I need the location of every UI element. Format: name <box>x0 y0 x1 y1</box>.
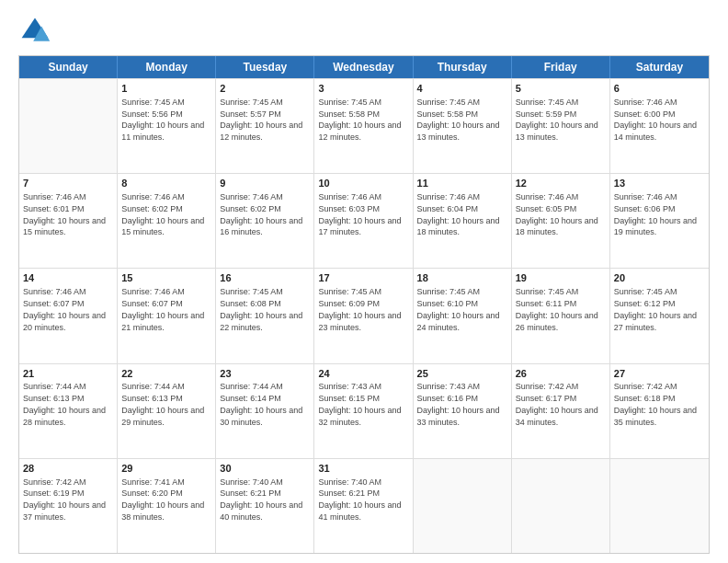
header-tuesday: Tuesday <box>216 56 314 78</box>
cal-cell: 14Sunrise: 7:46 AMSunset: 6:07 PMDayligh… <box>19 269 118 362</box>
day-number: 5 <box>516 82 606 96</box>
cal-cell: 22Sunrise: 7:44 AMSunset: 6:13 PMDayligh… <box>118 364 216 458</box>
cell-info: Sunrise: 7:45 AMSunset: 5:58 PMDaylight:… <box>417 98 500 142</box>
cell-info: Sunrise: 7:40 AMSunset: 6:21 PMDaylight:… <box>318 477 401 522</box>
day-number: 21 <box>23 367 113 381</box>
cal-cell: 3Sunrise: 7:45 AMSunset: 5:58 PMDaylight… <box>314 79 413 173</box>
cal-cell: 2Sunrise: 7:45 AMSunset: 5:57 PMDaylight… <box>216 79 314 173</box>
header-monday: Monday <box>118 56 216 78</box>
logo-icon <box>18 15 51 48</box>
cal-cell: 21Sunrise: 7:44 AMSunset: 6:13 PMDayligh… <box>19 364 118 458</box>
cell-info: Sunrise: 7:46 AMSunset: 6:07 PMDaylight:… <box>121 287 204 331</box>
cal-cell: 13Sunrise: 7:46 AMSunset: 6:06 PMDayligh… <box>610 174 709 268</box>
day-number: 8 <box>121 177 211 190</box>
cal-cell: 25Sunrise: 7:43 AMSunset: 6:16 PMDayligh… <box>414 364 512 458</box>
cell-info: Sunrise: 7:46 AMSunset: 6:03 PMDaylight:… <box>318 192 401 236</box>
header-saturday: Saturday <box>610 56 709 78</box>
cal-cell: 23Sunrise: 7:44 AMSunset: 6:14 PMDayligh… <box>216 364 314 458</box>
header <box>18 15 710 48</box>
cell-info: Sunrise: 7:45 AMSunset: 6:08 PMDaylight:… <box>220 287 302 331</box>
cal-cell: 28Sunrise: 7:42 AMSunset: 6:19 PMDayligh… <box>19 459 118 553</box>
calendar-row-1: 1Sunrise: 7:45 AMSunset: 5:56 PMDaylight… <box>19 78 709 173</box>
day-number: 25 <box>417 367 507 381</box>
day-number: 6 <box>614 82 705 96</box>
cell-info: Sunrise: 7:45 AMSunset: 5:59 PMDaylight:… <box>516 98 598 142</box>
cell-info: Sunrise: 7:43 AMSunset: 6:16 PMDaylight:… <box>417 382 500 426</box>
cal-cell <box>512 459 610 553</box>
day-number: 9 <box>220 177 310 190</box>
cell-info: Sunrise: 7:46 AMSunset: 6:04 PMDaylight:… <box>417 192 500 236</box>
cell-info: Sunrise: 7:46 AMSunset: 6:02 PMDaylight:… <box>121 192 204 236</box>
cal-cell: 10Sunrise: 7:46 AMSunset: 6:03 PMDayligh… <box>314 174 413 268</box>
cal-cell: 31Sunrise: 7:40 AMSunset: 6:21 PMDayligh… <box>314 459 413 553</box>
header-wednesday: Wednesday <box>314 56 413 78</box>
day-number: 19 <box>516 271 606 285</box>
calendar-row-2: 7Sunrise: 7:46 AMSunset: 6:01 PMDaylight… <box>19 173 709 268</box>
cell-info: Sunrise: 7:44 AMSunset: 6:14 PMDaylight:… <box>220 382 302 426</box>
cal-cell <box>414 459 512 553</box>
day-number: 10 <box>318 177 408 190</box>
header-friday: Friday <box>512 56 610 78</box>
calendar-row-4: 21Sunrise: 7:44 AMSunset: 6:13 PMDayligh… <box>19 363 709 458</box>
cell-info: Sunrise: 7:40 AMSunset: 6:21 PMDaylight:… <box>220 477 302 522</box>
cal-cell: 27Sunrise: 7:42 AMSunset: 6:18 PMDayligh… <box>610 364 709 458</box>
cell-info: Sunrise: 7:44 AMSunset: 6:13 PMDaylight:… <box>23 382 106 426</box>
cell-info: Sunrise: 7:46 AMSunset: 6:05 PMDaylight:… <box>516 192 598 236</box>
day-number: 3 <box>318 82 408 96</box>
calendar-row-5: 28Sunrise: 7:42 AMSunset: 6:19 PMDayligh… <box>19 458 709 553</box>
day-number: 2 <box>220 82 310 96</box>
day-number: 7 <box>23 177 113 190</box>
day-number: 23 <box>220 367 310 381</box>
cal-cell: 9Sunrise: 7:46 AMSunset: 6:02 PMDaylight… <box>216 174 314 268</box>
day-number: 24 <box>318 367 408 381</box>
day-number: 1 <box>121 82 211 96</box>
cal-cell: 26Sunrise: 7:42 AMSunset: 6:17 PMDayligh… <box>512 364 610 458</box>
day-number: 29 <box>121 462 211 476</box>
cell-info: Sunrise: 7:42 AMSunset: 6:18 PMDaylight:… <box>614 382 697 426</box>
calendar-row-3: 14Sunrise: 7:46 AMSunset: 6:07 PMDayligh… <box>19 268 709 362</box>
cell-info: Sunrise: 7:45 AMSunset: 6:11 PMDaylight:… <box>516 287 598 331</box>
cell-info: Sunrise: 7:45 AMSunset: 6:09 PMDaylight:… <box>318 287 401 331</box>
day-number: 22 <box>121 367 211 381</box>
cal-cell: 30Sunrise: 7:40 AMSunset: 6:21 PMDayligh… <box>216 459 314 553</box>
day-number: 30 <box>220 462 310 476</box>
cell-info: Sunrise: 7:44 AMSunset: 6:13 PMDaylight:… <box>121 382 204 426</box>
cal-cell: 18Sunrise: 7:45 AMSunset: 6:10 PMDayligh… <box>414 269 512 362</box>
cell-info: Sunrise: 7:42 AMSunset: 6:17 PMDaylight:… <box>516 382 598 426</box>
cell-info: Sunrise: 7:46 AMSunset: 6:07 PMDaylight:… <box>23 287 106 331</box>
cal-cell: 15Sunrise: 7:46 AMSunset: 6:07 PMDayligh… <box>118 269 216 362</box>
page: Sunday Monday Tuesday Wednesday Thursday… <box>0 0 728 563</box>
cell-info: Sunrise: 7:46 AMSunset: 6:00 PMDaylight:… <box>614 98 697 142</box>
day-number: 11 <box>417 177 507 190</box>
cal-cell: 8Sunrise: 7:46 AMSunset: 6:02 PMDaylight… <box>118 174 216 268</box>
cal-cell: 20Sunrise: 7:45 AMSunset: 6:12 PMDayligh… <box>610 269 709 362</box>
cal-cell: 5Sunrise: 7:45 AMSunset: 5:59 PMDaylight… <box>512 79 610 173</box>
day-number: 17 <box>318 271 408 285</box>
cal-cell: 16Sunrise: 7:45 AMSunset: 6:08 PMDayligh… <box>216 269 314 362</box>
day-number: 14 <box>23 271 113 285</box>
cell-info: Sunrise: 7:45 AMSunset: 5:56 PMDaylight:… <box>121 98 204 142</box>
day-number: 31 <box>318 462 408 476</box>
day-number: 4 <box>417 82 507 96</box>
day-number: 12 <box>516 177 606 190</box>
day-number: 13 <box>614 177 705 190</box>
cal-cell <box>610 459 709 553</box>
day-number: 15 <box>121 271 211 285</box>
cal-cell <box>19 79 118 173</box>
day-number: 16 <box>220 271 310 285</box>
cal-cell: 24Sunrise: 7:43 AMSunset: 6:15 PMDayligh… <box>314 364 413 458</box>
cal-cell: 4Sunrise: 7:45 AMSunset: 5:58 PMDaylight… <box>414 79 512 173</box>
calendar: Sunday Monday Tuesday Wednesday Thursday… <box>18 55 710 554</box>
cell-info: Sunrise: 7:46 AMSunset: 6:06 PMDaylight:… <box>614 192 697 236</box>
logo <box>18 15 55 48</box>
day-number: 28 <box>23 462 113 476</box>
cell-info: Sunrise: 7:45 AMSunset: 6:10 PMDaylight:… <box>417 287 500 331</box>
day-number: 18 <box>417 271 507 285</box>
cell-info: Sunrise: 7:41 AMSunset: 6:20 PMDaylight:… <box>121 477 204 522</box>
header-thursday: Thursday <box>414 56 512 78</box>
cal-cell: 7Sunrise: 7:46 AMSunset: 6:01 PMDaylight… <box>19 174 118 268</box>
cell-info: Sunrise: 7:45 AMSunset: 5:58 PMDaylight:… <box>318 98 401 142</box>
cal-cell: 19Sunrise: 7:45 AMSunset: 6:11 PMDayligh… <box>512 269 610 362</box>
cal-cell: 17Sunrise: 7:45 AMSunset: 6:09 PMDayligh… <box>314 269 413 362</box>
cal-cell: 29Sunrise: 7:41 AMSunset: 6:20 PMDayligh… <box>118 459 216 553</box>
